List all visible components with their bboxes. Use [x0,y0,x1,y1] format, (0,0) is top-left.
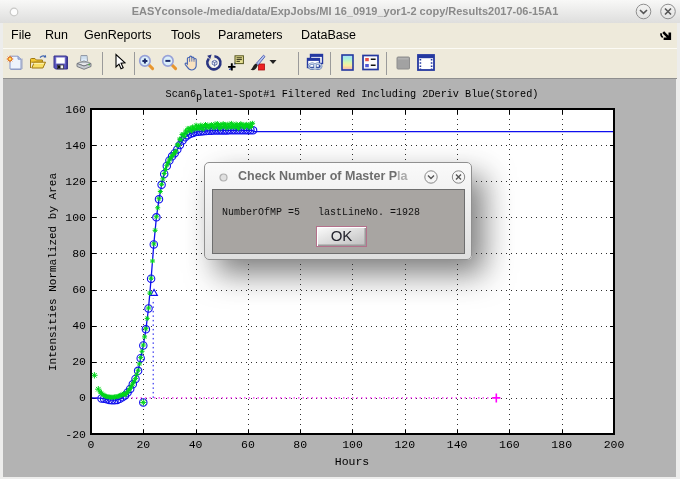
svg-text:100: 100 [342,438,363,451]
svg-text:0: 0 [79,391,86,404]
svg-text:0: 0 [88,438,95,451]
svg-text:80: 80 [72,247,86,260]
svg-text:20: 20 [72,355,86,368]
svg-text:180: 180 [551,438,572,451]
svg-text:160: 160 [499,438,520,451]
svg-text:100: 100 [65,211,86,224]
svg-text:120: 120 [394,438,415,451]
svg-text:Scan6plate1-Spot#1 Filtered Re: Scan6plate1-Spot#1 Filtered Red Includin… [166,89,539,103]
svg-text:40: 40 [189,438,203,451]
svg-text:140: 140 [65,139,86,152]
svg-text:Intensities Normalized by Area: Intensities Normalized by Area [47,173,59,371]
svg-text:120: 120 [65,175,86,188]
svg-text:80: 80 [293,438,307,451]
svg-text:160: 160 [65,103,86,116]
svg-text:200: 200 [604,438,625,451]
svg-text:60: 60 [241,438,255,451]
svg-text:40: 40 [72,319,86,332]
svg-text:20: 20 [136,438,150,451]
svg-text:-20: -20 [65,428,86,441]
svg-text:140: 140 [447,438,468,451]
svg-text:Hours: Hours [335,455,370,468]
svg-text:60: 60 [72,283,86,296]
